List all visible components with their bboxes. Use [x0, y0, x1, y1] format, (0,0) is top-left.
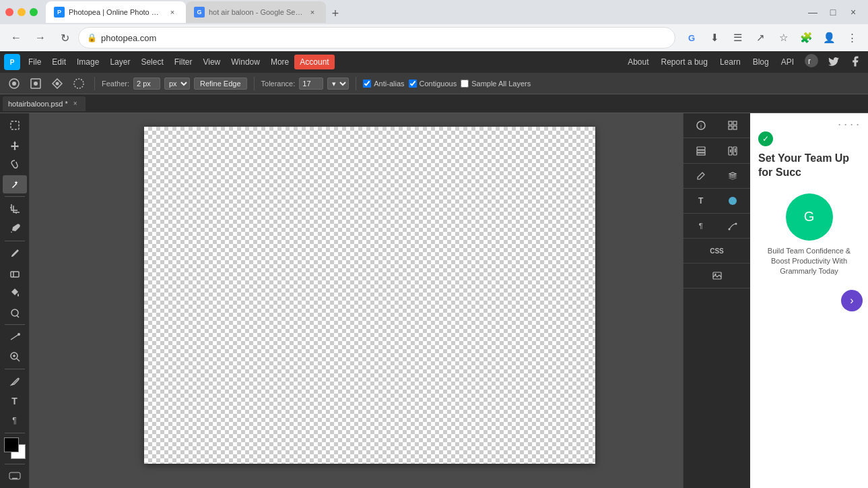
- panel-layers-btn[interactable]: [692, 142, 710, 160]
- tool-variant-1[interactable]: [5, 75, 23, 92]
- window-close-btn[interactable]: [5, 8, 13, 16]
- canvas-area[interactable]: [30, 113, 683, 488]
- document-tab-hotairbaloon[interactable]: hotairbaloon.psd * ×: [3, 96, 86, 111]
- panel-paragraph-btn[interactable]: ¶: [692, 216, 710, 235]
- tool-variant-2[interactable]: [27, 75, 44, 92]
- canvas-container[interactable]: [144, 127, 595, 464]
- document-tab-close[interactable]: ×: [71, 99, 80, 109]
- tool-zoom[interactable]: [3, 348, 27, 366]
- share-icon-btn[interactable]: ↗: [749, 27, 771, 49]
- contiguous-checkbox[interactable]: [409, 80, 417, 88]
- profile-icon-btn[interactable]: 👤: [818, 27, 840, 49]
- window-close-system[interactable]: ×: [844, 3, 863, 22]
- tab-close-photopea[interactable]: ×: [167, 7, 178, 18]
- bookmark-icon-btn[interactable]: ☆: [772, 27, 794, 49]
- ad-dots: • • • •: [838, 121, 860, 127]
- nav-refresh-button[interactable]: ↻: [54, 27, 75, 49]
- tool-smudge[interactable]: [3, 328, 27, 346]
- tool-move[interactable]: [3, 135, 27, 154]
- tab-close-google[interactable]: ×: [307, 7, 318, 18]
- tool-lasso[interactable]: [3, 156, 27, 174]
- ad-badge: ✓: [758, 131, 860, 146]
- panel-layers2-btn[interactable]: [723, 166, 742, 185]
- ad-top-controls: • • • •: [758, 121, 860, 127]
- tool-paragraph[interactable]: ¶: [3, 412, 27, 430]
- reddit-icon[interactable]: r: [802, 53, 821, 71]
- panel-brush-btn[interactable]: [692, 166, 710, 185]
- menu-account[interactable]: Account: [294, 55, 334, 69]
- tab-favicon-google: G: [194, 7, 205, 18]
- menu-file[interactable]: File: [23, 55, 46, 69]
- panel-info-btn[interactable]: i: [692, 116, 710, 135]
- window-maximize-btn[interactable]: [30, 8, 38, 16]
- window-restore[interactable]: □: [824, 3, 842, 22]
- menu-filter[interactable]: Filter: [169, 55, 198, 69]
- svg-point-5: [34, 82, 38, 86]
- tool-eraser[interactable]: [3, 264, 27, 282]
- tool-variant-4[interactable]: [70, 75, 88, 92]
- feather-input[interactable]: [133, 78, 160, 90]
- browser-title-bar: P Photopea | Online Photo Editor × G hot…: [0, 0, 868, 24]
- color-swatches[interactable]: [3, 437, 27, 460]
- svg-rect-64: [697, 153, 705, 155]
- browser-tab-google[interactable]: G hot air baloon - Google Search ×: [186, 1, 326, 23]
- tool-marquee[interactable]: [3, 116, 27, 134]
- sample-all-checkbox[interactable]: [461, 80, 469, 88]
- menu-layer[interactable]: Layer: [104, 55, 135, 69]
- window-minimize-btn[interactable]: [18, 8, 26, 16]
- nav-back-button[interactable]: ←: [5, 27, 27, 49]
- menu-report-bug[interactable]: Report a bug: [657, 55, 712, 69]
- tolerance-input[interactable]: [299, 78, 323, 90]
- menu-more[interactable]: More: [265, 55, 294, 69]
- panel-type-btn[interactable]: T: [692, 191, 710, 210]
- panel-adjustments-btn[interactable]: [723, 142, 742, 160]
- svg-point-3: [12, 82, 16, 86]
- ad-arrow-button[interactable]: ›: [841, 290, 863, 311]
- panel-path-btn[interactable]: [723, 216, 742, 235]
- tool-dodge[interactable]: [3, 303, 27, 322]
- menu-view[interactable]: View: [197, 55, 226, 69]
- new-tab-button[interactable]: +: [326, 4, 345, 23]
- anti-alias-checkbox-group[interactable]: Anti-alias: [363, 80, 404, 88]
- window-minimize-system[interactable]: —: [803, 3, 822, 22]
- sample-all-checkbox-group[interactable]: Sample All Layers: [461, 80, 531, 88]
- feather-dropdown[interactable]: px: [164, 78, 190, 90]
- tool-keyboard[interactable]: [3, 467, 27, 485]
- tool-crop[interactable]: [3, 200, 27, 218]
- menu-select[interactable]: Select: [135, 55, 168, 69]
- tolerance-dropdown[interactable]: ▾: [327, 78, 349, 90]
- panel-css-btn[interactable]: CSS: [707, 241, 727, 260]
- bookmark-list-icon-btn[interactable]: ☰: [727, 27, 748, 49]
- google-icon-btn[interactable]: G: [681, 27, 702, 49]
- panel-color-btn[interactable]: [723, 191, 742, 210]
- menu-icon-btn[interactable]: ⋮: [841, 27, 863, 49]
- address-field[interactable]: 🔒 photopea.com: [78, 27, 675, 49]
- tool-magic-wand[interactable]: [3, 175, 27, 193]
- foreground-color-swatch[interactable]: [4, 437, 19, 452]
- menu-about[interactable]: About: [624, 55, 653, 69]
- tool-pen[interactable]: [3, 372, 27, 390]
- tool-fill[interactable]: [3, 284, 27, 302]
- download-icon-btn[interactable]: ⬇: [704, 27, 725, 49]
- tool-eyedropper[interactable]: [3, 220, 27, 238]
- facebook-icon[interactable]: [846, 54, 864, 71]
- panel-image-btn[interactable]: [708, 266, 727, 285]
- menu-edit[interactable]: Edit: [46, 55, 71, 69]
- menu-api[interactable]: API: [777, 55, 798, 69]
- anti-alias-checkbox[interactable]: [363, 80, 371, 88]
- tool-brush[interactable]: [3, 244, 27, 262]
- tool-variant-3[interactable]: [48, 75, 66, 92]
- menu-window[interactable]: Window: [226, 55, 265, 69]
- twitter-icon[interactable]: [825, 54, 842, 71]
- extensions-icon-btn[interactable]: 🧩: [795, 27, 817, 49]
- panel-grid-btn[interactable]: [723, 116, 742, 135]
- menu-image[interactable]: Image: [71, 55, 104, 69]
- tool-type[interactable]: T: [3, 392, 27, 410]
- tab-favicon-photopea: P: [54, 7, 65, 18]
- browser-tab-photopea[interactable]: P Photopea | Online Photo Editor ×: [46, 1, 186, 23]
- refine-edge-button[interactable]: Refine Edge: [194, 78, 247, 90]
- nav-forward-button[interactable]: →: [30, 27, 51, 49]
- menu-blog[interactable]: Blog: [749, 55, 773, 69]
- contiguous-checkbox-group[interactable]: Contiguous: [409, 80, 457, 88]
- menu-learn[interactable]: Learn: [716, 55, 745, 69]
